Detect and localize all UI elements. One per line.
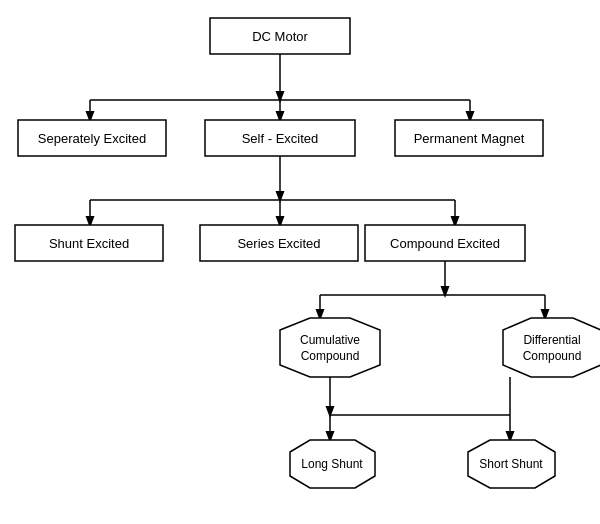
series-excited-label: Series Excited [237, 236, 320, 251]
differential-compound-label2: Compound [523, 349, 582, 363]
cumulative-compound-label2: Compound [301, 349, 360, 363]
self-excited-label: Self - Excited [242, 131, 319, 146]
cumulative-compound-hex [280, 318, 380, 377]
separately-excited-label: Seperately Excited [38, 131, 146, 146]
permanent-magnet-label: Permanent Magnet [414, 131, 525, 146]
compound-excited-label: Compound Excited [390, 236, 500, 251]
differential-compound-hex [503, 318, 600, 377]
differential-compound-label1: Differential [523, 333, 580, 347]
dc-motor-label: DC Motor [252, 29, 308, 44]
short-shunt-label: Short Shunt [479, 457, 543, 471]
long-shunt-label: Long Shunt [301, 457, 363, 471]
cumulative-compound-label1: Cumulative [300, 333, 360, 347]
shunt-excited-label: Shunt Excited [49, 236, 129, 251]
